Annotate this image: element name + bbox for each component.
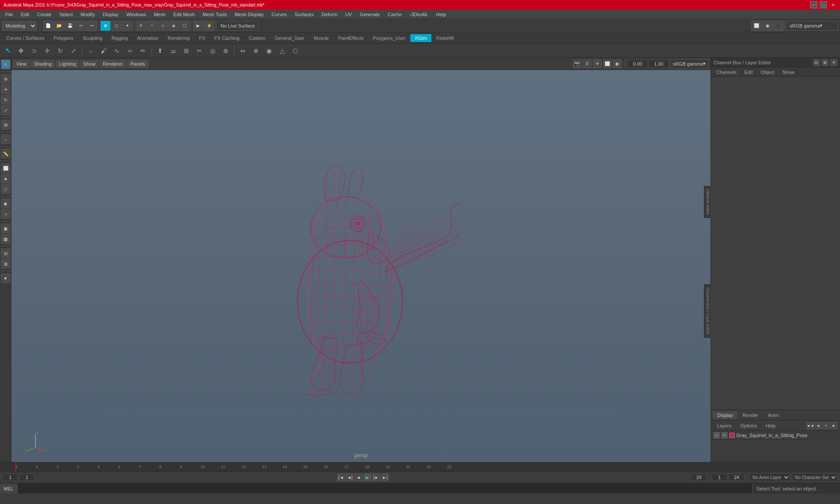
tool10-left[interactable]: ▼ — [1, 273, 10, 283]
ipr-btn[interactable]: ⚡ — [204, 21, 214, 31]
menu-file[interactable]: File — [2, 11, 17, 18]
undo-btn[interactable]: ↩ — [76, 21, 86, 31]
show-manip-left[interactable]: ⊞ — [1, 120, 10, 130]
lasso-btn[interactable]: ◻ — [111, 21, 122, 31]
layer-next-btn[interactable]: ► — [830, 422, 837, 429]
tab-channels[interactable]: Channels — [713, 69, 740, 76]
step-forward-btn[interactable]: |► — [372, 473, 380, 481]
viewport-canvas[interactable]: persp Y X Z — [11, 70, 710, 462]
vp-grid-btn[interactable]: # — [583, 60, 592, 68]
layer-playback-btn[interactable]: P — [721, 432, 728, 438]
tool9-left[interactable]: ⊠ — [1, 259, 10, 269]
smooth-btn[interactable]: ◉ — [762, 21, 773, 31]
snap-curve-btn[interactable]: ~ — [147, 21, 157, 31]
snap-point-btn[interactable]: ⊹ — [158, 21, 168, 31]
subtab-options[interactable]: Options — [737, 422, 760, 429]
redo-btn[interactable]: ↪ — [87, 21, 97, 31]
snap-surface-btn[interactable]: ⬡ — [179, 21, 190, 31]
tab-show[interactable]: Show — [779, 69, 798, 76]
menu-create[interactable]: Create — [34, 11, 55, 18]
viewport-panels-menu[interactable]: Panels — [127, 60, 148, 68]
texture-btn[interactable]: ⬛ — [773, 21, 784, 31]
scale-left[interactable]: ⤢ — [1, 105, 10, 115]
subtab-help[interactable]: Help — [762, 422, 779, 429]
tool7-left[interactable]: ▦ — [1, 234, 10, 244]
viewport-value1[interactable] — [628, 60, 648, 67]
play-forward-btn[interactable]: ► — [364, 473, 371, 481]
viewport-view-menu[interactable]: View — [13, 60, 30, 68]
play-back-btn[interactable]: ◄ — [355, 473, 363, 481]
append-icon[interactable]: ⊞ — [180, 45, 192, 57]
step-back-btn[interactable]: ◄| — [346, 473, 354, 481]
menu-select[interactable]: Select — [56, 11, 77, 18]
menu-3dto[interactable]: -3DtoAll- — [406, 11, 432, 18]
menu-cache[interactable]: Cache — [384, 11, 405, 18]
cb-icon3[interactable]: ✕ — [830, 59, 837, 66]
menu-help[interactable]: Help — [433, 11, 450, 18]
menu-surfaces[interactable]: Surfaces — [291, 11, 317, 18]
tab-fx[interactable]: FX — [195, 34, 210, 42]
smooth-mesh-icon[interactable]: ◉ — [263, 45, 275, 57]
menu-mesh[interactable]: Mesh — [150, 11, 169, 18]
wireframe-btn[interactable]: ⬜ — [751, 21, 762, 31]
extrude-icon[interactable]: ⬆ — [154, 45, 166, 57]
tool5-left[interactable]: ⊹ — [1, 209, 10, 219]
tab-render[interactable]: Render — [738, 411, 763, 419]
move-left[interactable]: ✛ — [1, 84, 10, 94]
tab-edit[interactable]: Edit — [741, 69, 756, 76]
layer-add-btn[interactable]: + — [822, 422, 830, 429]
layer-prev2-btn[interactable]: ◄ — [815, 422, 822, 429]
char-set-select[interactable]: No Character Set — [792, 473, 837, 481]
vp-camera-btn[interactable]: 📷 — [573, 60, 581, 68]
menu-curves[interactable]: Curves — [268, 11, 290, 18]
viewport-shading-menu[interactable]: Shading — [31, 60, 55, 68]
menu-generate[interactable]: Generate — [356, 11, 383, 18]
rotate-tool-icon[interactable]: ↻ — [54, 45, 66, 57]
minimize-button[interactable]: ─ — [810, 1, 817, 8]
viewport-renderer-menu[interactable]: Renderer — [100, 60, 126, 68]
goto-end-btn[interactable]: ►| — [381, 473, 389, 481]
tab-curves-surfaces[interactable]: Curves / Surfaces — [2, 34, 49, 42]
tool3-left[interactable]: ⬡ — [1, 184, 10, 194]
tab-redshift[interactable]: Redshift — [432, 34, 458, 42]
timeline-ruler[interactable]: 1 2 3 4 5 6 7 8 9 10 11 12 13 14 15 16 1… — [0, 462, 840, 472]
tab-rendering[interactable]: Rendering — [163, 34, 194, 42]
anim-layer-select[interactable]: No Anim Layer — [749, 473, 790, 481]
reduce-icon[interactable]: △ — [276, 45, 288, 57]
paint-sel-left[interactable]: ⊕ — [1, 74, 10, 84]
booleans-icon[interactable]: ⊗ — [250, 45, 262, 57]
measure-left[interactable]: 📏 — [1, 149, 10, 158]
layer-prev-btn[interactable]: ◄◄ — [807, 422, 814, 429]
tab-rigging[interactable]: Rigging — [107, 34, 132, 42]
subtab-layers[interactable]: Layers — [714, 422, 735, 429]
cb-icon2[interactable]: ⊞ — [822, 59, 829, 66]
sculpt-icon[interactable]: 🖌 — [98, 45, 110, 57]
snap-view-btn[interactable]: ◈ — [168, 21, 179, 31]
menu-windows[interactable]: Windows — [123, 11, 150, 18]
tab-muscle[interactable]: Muscle — [309, 34, 333, 42]
current-frame-input[interactable] — [19, 474, 35, 481]
end-frame-input[interactable] — [691, 474, 707, 481]
tool4-left[interactable]: ◉ — [1, 199, 10, 208]
target-weld-icon[interactable]: ◎ — [206, 45, 219, 57]
tab-object[interactable]: Object — [757, 69, 778, 76]
paint-sel-btn[interactable]: ✦ — [122, 21, 133, 31]
vp-manip-btn[interactable]: ✛ — [593, 60, 602, 68]
cb-icon1[interactable]: ⊟ — [813, 59, 820, 66]
scale-tool-icon[interactable]: ⤢ — [67, 45, 80, 57]
save-scene-btn[interactable]: 💾 — [65, 21, 75, 31]
pencil-icon[interactable]: ✏ — [137, 45, 149, 57]
open-scene-btn[interactable]: 📂 — [54, 21, 64, 31]
viewport-lighting-menu[interactable]: Lighting — [56, 60, 79, 68]
tab-general-user[interactable]: General_User — [270, 34, 308, 42]
tab-anim[interactable]: Anim — [763, 411, 783, 419]
select-mode-left[interactable]: ↖ — [1, 60, 10, 69]
cut-icon[interactable]: ✂ — [193, 45, 206, 57]
mirror-icon[interactable]: ⇔ — [237, 45, 249, 57]
gamma-selector[interactable]: sRGB gamma ▾ — [786, 21, 838, 31]
menu-mesh-display[interactable]: Mesh Display — [231, 11, 267, 18]
viewport-gamma[interactable]: sRGB gamma ▾ — [670, 59, 709, 69]
connect-edge-icon[interactable]: ⊕ — [220, 45, 232, 57]
menu-mesh-tools[interactable]: Mesh Tools — [199, 11, 230, 18]
paint-select-icon[interactable]: ✤ — [15, 45, 27, 57]
